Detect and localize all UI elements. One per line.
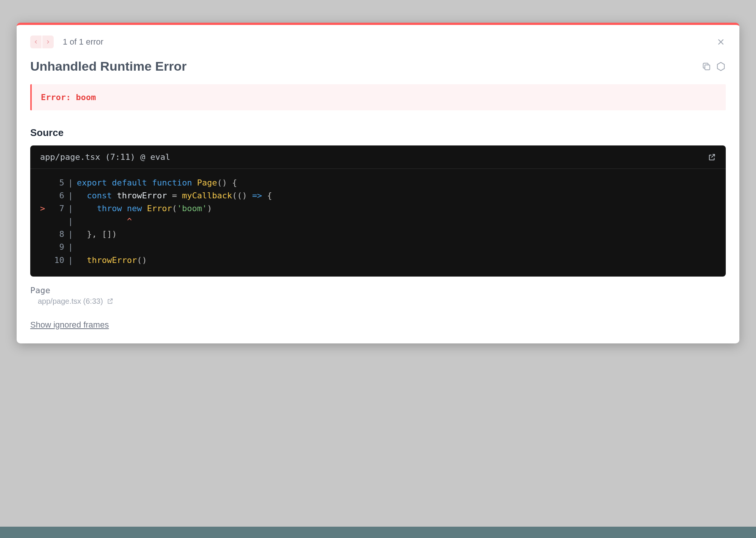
code-line: | ^: [40, 215, 716, 228]
next-error-button[interactable]: [42, 36, 54, 48]
bottom-bar: [0, 527, 756, 538]
external-link-icon: [107, 298, 113, 305]
arrow-left-icon: [33, 39, 39, 45]
title-row: Unhandled Runtime Error: [30, 59, 726, 74]
line-content: export default function Page() {: [77, 176, 237, 189]
close-button[interactable]: [716, 37, 726, 47]
line-content: }, []): [77, 228, 117, 241]
gutter-mark: >: [40, 202, 48, 215]
code-line: 6| const throwError = myCallback(() => {: [40, 189, 716, 202]
line-content: ^: [77, 215, 132, 228]
copy-icon: [702, 62, 711, 71]
prev-error-button[interactable]: [30, 36, 42, 48]
gutter-mark: [40, 176, 48, 189]
copy-button[interactable]: [702, 62, 711, 71]
line-number: 6: [48, 189, 64, 202]
stack-frame-location: app/page.tsx (6:33): [38, 297, 726, 306]
title-icons: [702, 62, 726, 71]
gutter-mark: [40, 215, 48, 228]
code-location: app/page.tsx (7:11) @ eval: [40, 152, 170, 162]
gutter-mark: [40, 241, 48, 254]
stack-frame-location-text: app/page.tsx (6:33): [38, 297, 103, 306]
nodejs-button[interactable]: [716, 62, 726, 71]
code-header: app/page.tsx (7:11) @ eval: [30, 145, 726, 169]
code-line: >7| throw new Error('boom'): [40, 202, 716, 215]
gutter-pipe: |: [68, 228, 73, 241]
gutter-mark: [40, 189, 48, 202]
gutter-pipe: |: [68, 189, 73, 202]
external-link-icon: [708, 153, 716, 161]
gutter-mark: [40, 254, 48, 267]
line-content: throw new Error('boom'): [77, 202, 212, 215]
svg-rect-0: [705, 65, 710, 70]
nodejs-icon: [716, 62, 726, 71]
code-line: 9|: [40, 241, 716, 254]
error-counter: 1 of 1 error: [63, 37, 104, 47]
show-ignored-frames-link[interactable]: Show ignored frames: [30, 320, 109, 330]
gutter-pipe: |: [68, 241, 73, 254]
open-in-editor-button[interactable]: [708, 153, 716, 161]
gutter-pipe: |: [68, 202, 73, 215]
open-frame-button[interactable]: [107, 298, 113, 305]
gutter-mark: [40, 228, 48, 241]
code-body: 5|export default function Page() { 6| co…: [30, 169, 726, 277]
line-number: [48, 215, 64, 228]
stack-frame-name: Page: [30, 286, 726, 295]
line-content: const throwError = myCallback(() => {: [77, 189, 272, 202]
line-content: throwError(): [77, 254, 147, 267]
gutter-pipe: |: [68, 176, 73, 189]
gutter-pipe: |: [68, 215, 73, 228]
nav-row: 1 of 1 error: [30, 36, 726, 48]
line-number: 7: [48, 202, 64, 215]
line-number: 5: [48, 176, 64, 189]
error-title: Unhandled Runtime Error: [30, 59, 187, 74]
arrow-right-icon: [45, 39, 51, 45]
line-number: 8: [48, 228, 64, 241]
error-overlay-card: 1 of 1 error Unhandled Runtime Error Err…: [17, 23, 739, 343]
source-code-block: app/page.tsx (7:11) @ eval 5|export defa…: [30, 145, 726, 277]
error-nav-buttons: [30, 36, 54, 48]
code-line: 5|export default function Page() {: [40, 176, 716, 189]
close-icon: [716, 37, 726, 47]
line-number: 9: [48, 241, 64, 254]
line-number: 10: [48, 254, 64, 267]
code-line: 10| throwError(): [40, 254, 716, 267]
code-line: 8| }, []): [40, 228, 716, 241]
gutter-pipe: |: [68, 254, 73, 267]
source-heading: Source: [30, 127, 726, 139]
error-message-banner: Error: boom: [30, 84, 726, 110]
